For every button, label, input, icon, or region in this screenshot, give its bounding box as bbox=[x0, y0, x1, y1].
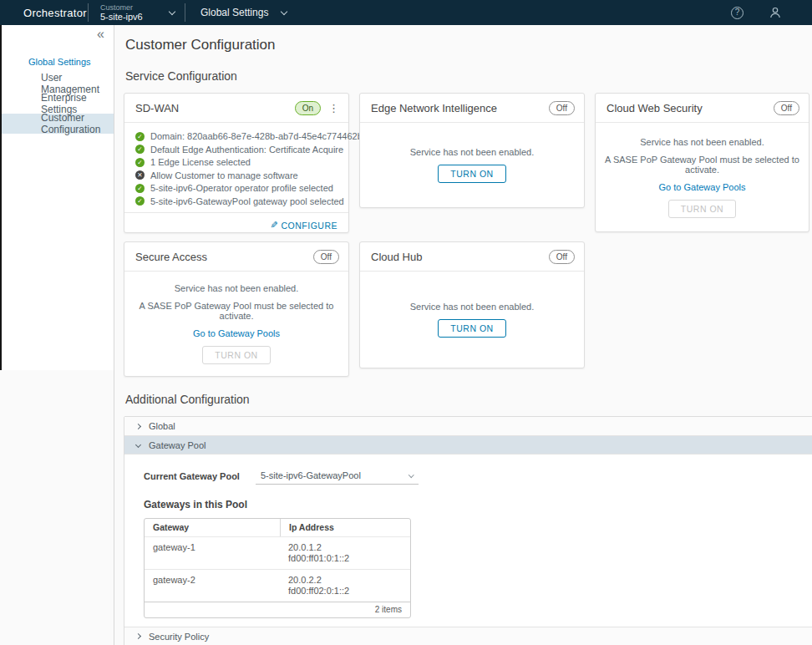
sdwan-status-badge: On bbox=[295, 101, 321, 115]
cloud-hub-card-body: Service has not been enabled. TURN ON bbox=[360, 272, 584, 368]
cws-card-title: Cloud Web Security bbox=[606, 102, 774, 114]
ipv4-address: 20.0.2.2 bbox=[288, 575, 410, 586]
secure-access-card-title: Secure Access bbox=[135, 251, 313, 263]
cloud-web-security-card: Cloud Web Security Off Service has not b… bbox=[595, 93, 809, 232]
checklist-item-text: Domain: 820aab66-8e7e-428b-ab7d-45e4c774… bbox=[150, 131, 363, 141]
cloud-hub-status-badge: Off bbox=[549, 250, 575, 264]
service-status-message: Service has not been enabled. bbox=[410, 302, 535, 312]
accordion-header-gateway-pool[interactable]: Gateway Pool bbox=[124, 435, 812, 454]
sdwan-card: SD-WAN On ⋮ ✓ Domain: 820aab66-8e7e-428b… bbox=[124, 93, 349, 233]
eni-status-badge: Off bbox=[549, 101, 575, 115]
ipv6-address: fd00:ff02:0:1::2 bbox=[288, 586, 410, 597]
accordion-header-security-policy[interactable]: Security Policy bbox=[124, 627, 812, 645]
check-circle-icon: ✓ bbox=[135, 184, 145, 193]
main-content: Customer Configuration Service Configura… bbox=[114, 25, 812, 645]
product-title: Orchestrator bbox=[0, 0, 88, 25]
sidebar-item-customer-configuration[interactable]: Customer Configuration bbox=[2, 114, 114, 134]
user-icon[interactable] bbox=[769, 6, 782, 19]
sidebar-nav: « Global Settings User Management Enterp… bbox=[0, 25, 114, 370]
cloud-hub-card-header: Cloud Hub Off bbox=[360, 242, 584, 272]
help-glyph: ? bbox=[735, 8, 740, 18]
secure-access-card: Secure Access Off Service has not been e… bbox=[124, 241, 349, 377]
sdwan-card-title: SD-WAN bbox=[135, 102, 295, 114]
secure-access-card-header: Secure Access Off bbox=[124, 242, 348, 272]
eni-card-header: Edge Network Intelligence Off bbox=[360, 94, 584, 123]
service-configuration-heading: Service Configuration bbox=[125, 69, 809, 83]
sidebar-collapse-icon[interactable]: « bbox=[97, 28, 104, 41]
accordion-label: Gateway Pool bbox=[149, 440, 206, 450]
chevron-down-icon bbox=[409, 472, 414, 477]
ipv6-address: fd00:ff01:0:1::2 bbox=[288, 553, 410, 564]
sidebar-column: « Global Settings User Management Enterp… bbox=[0, 25, 114, 645]
checklist-item-text: Default Edge Authentication: Certificate… bbox=[150, 145, 343, 155]
checklist-item: ✓ Domain: 820aab66-8e7e-428b-ab7d-45e4c7… bbox=[135, 131, 338, 141]
checklist-item: ✓ Default Edge Authentication: Certifica… bbox=[135, 145, 338, 155]
secure-access-card-body: Service has not been enabled. A SASE PoP… bbox=[124, 272, 348, 376]
checklist-item: ✕ Allow Customer to manage software bbox=[135, 170, 338, 180]
service-status-message: Service has not been enabled. bbox=[640, 137, 764, 147]
user-avatar-glyph bbox=[769, 6, 782, 19]
sdwan-checklist: ✓ Domain: 820aab66-8e7e-428b-ab7d-45e4c7… bbox=[124, 123, 348, 212]
check-circle-icon: ✓ bbox=[135, 132, 145, 141]
eni-turn-on-button[interactable]: TURN ON bbox=[438, 165, 505, 183]
checklist-item: ✓ 5-site-ipv6-Operator operator profile … bbox=[135, 183, 338, 193]
configure-button[interactable]: ✎ CONFIGURE bbox=[270, 220, 337, 231]
table-header-row: Gateway Ip Address bbox=[145, 519, 410, 536]
cws-status-badge: Off bbox=[774, 101, 799, 115]
ip-address-cell: 20.0.1.2 fd00:ff01:0:1::2 bbox=[280, 539, 410, 567]
ipv4-address: 20.0.1.2 bbox=[288, 542, 410, 553]
additional-configuration-heading: Additional Configuration bbox=[125, 393, 809, 406]
service-requirement-message: A SASE PoP Gateway Pool must be selected… bbox=[133, 301, 340, 321]
check-circle-icon: ✓ bbox=[135, 145, 145, 154]
top-bar: Orchestrator Customer 5-site-ipv6 Global… bbox=[0, 0, 812, 25]
additional-configuration-accordion: Global Gateway Pool Current Gateway Pool… bbox=[124, 416, 812, 645]
page-title: Customer Configuration bbox=[125, 37, 809, 53]
checklist-item-text: 5-site-ipv6-GatewayPool gateway pool sel… bbox=[150, 196, 344, 206]
edge-network-intelligence-card: Edge Network Intelligence Off Service ha… bbox=[359, 93, 585, 208]
global-settings-menu-label: Global Settings bbox=[200, 7, 268, 18]
gateway-pool-panel: Current Gateway Pool 5-site-ipv6-Gateway… bbox=[124, 454, 812, 627]
kebab-menu-icon[interactable]: ⋮ bbox=[328, 103, 339, 114]
accordion-label: Security Policy bbox=[149, 632, 209, 642]
secure-access-turn-on-button-disabled[interactable]: TURN ON bbox=[202, 346, 270, 364]
global-settings-menu[interactable]: Global Settings bbox=[185, 0, 302, 25]
cloud-hub-card-title: Cloud Hub bbox=[371, 251, 549, 263]
go-to-gateway-pools-link[interactable]: Go to Gateway Pools bbox=[193, 328, 280, 338]
configure-button-label: CONFIGURE bbox=[282, 221, 338, 231]
chevron-right-icon bbox=[135, 423, 141, 429]
table-row: gateway-1 20.0.1.2 fd00:ff01:0:1::2 bbox=[145, 536, 410, 569]
ip-address-cell: 20.0.2.2 fd00:ff02:0:1::2 bbox=[280, 571, 410, 600]
service-status-message: Service has not been enabled. bbox=[410, 147, 535, 157]
checklist-item-text: Allow Customer to manage software bbox=[150, 170, 298, 180]
accordion-header-global[interactable]: Global bbox=[124, 417, 812, 435]
sdwan-card-header: SD-WAN On ⋮ bbox=[124, 94, 348, 123]
customer-switcher[interactable]: Customer 5-site-ipv6 bbox=[89, 0, 185, 25]
items-count: 2 items bbox=[375, 605, 402, 614]
sidebar-item-user-management[interactable]: User Management bbox=[2, 74, 114, 94]
current-gateway-pool-label: Current Gateway Pool bbox=[144, 471, 256, 481]
chevron-down-icon bbox=[281, 8, 287, 15]
go-to-gateway-pools-link[interactable]: Go to Gateway Pools bbox=[659, 182, 746, 192]
gateways-table: Gateway Ip Address gateway-1 20.0.1.2 fd… bbox=[144, 518, 411, 618]
cws-turn-on-button-disabled[interactable]: TURN ON bbox=[668, 200, 736, 218]
column-header-ip-address: Ip Address bbox=[280, 519, 410, 536]
column-header-gateway: Gateway bbox=[145, 519, 280, 536]
cloud-hub-turn-on-button[interactable]: TURN ON bbox=[438, 319, 505, 338]
secure-access-status-badge: Off bbox=[313, 250, 339, 264]
current-gateway-pool-select[interactable]: 5-site-ipv6-GatewayPool bbox=[256, 468, 419, 485]
checklist-item-text: 5-site-ipv6-Operator operator profile se… bbox=[150, 183, 333, 193]
gateways-in-pool-heading: Gateways in this Pool bbox=[144, 499, 812, 510]
current-gateway-pool-value: 5-site-ipv6-GatewayPool bbox=[261, 470, 361, 480]
eni-card-title: Edge Network Intelligence bbox=[371, 102, 549, 114]
service-requirement-message: A SASE PoP Gateway Pool must be selected… bbox=[604, 155, 800, 175]
sidebar-item-enterprise-settings[interactable]: Enterprise Settings bbox=[2, 94, 114, 114]
cws-card-header: Cloud Web Security Off bbox=[596, 94, 809, 123]
gateway-name-cell: gateway-1 bbox=[145, 539, 280, 556]
help-icon[interactable]: ? bbox=[731, 7, 743, 19]
sidebar-item-label: Customer Configuration bbox=[41, 112, 114, 135]
header-spacer bbox=[302, 0, 731, 25]
pencil-icon: ✎ bbox=[270, 220, 278, 231]
cloud-hub-card: Cloud Hub Off Service has not been enabl… bbox=[359, 241, 585, 368]
sidebar-section-global-settings[interactable]: Global Settings bbox=[2, 53, 114, 74]
chevron-right-icon bbox=[135, 633, 141, 639]
